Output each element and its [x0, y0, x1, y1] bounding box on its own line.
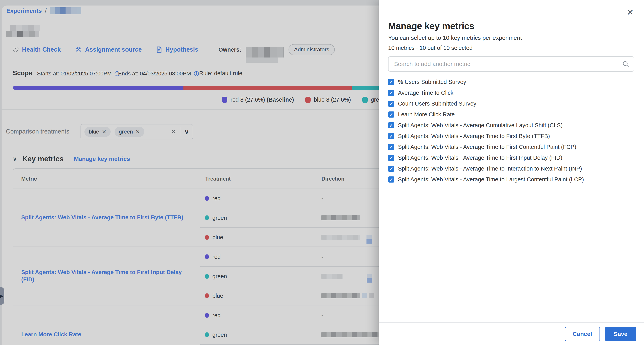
metric-checkbox-row[interactable]: ✓ Split Agents: Web Vitals - Average Tim… — [388, 133, 634, 139]
panel-footer: Cancel Save — [379, 322, 644, 345]
metric-label: Count Users Submitted Survey — [398, 100, 476, 107]
metric-label: Split Agents: Web Vitals - Average Cumul… — [398, 122, 563, 129]
panel-subtitle: You can select up to 10 key metrics per … — [388, 35, 634, 41]
cancel-button[interactable]: Cancel — [565, 327, 600, 341]
panel-body: Manage key metrics You can select up to … — [388, 0, 634, 183]
checkbox-checked-icon[interactable]: ✓ — [388, 176, 394, 183]
checkbox-checked-icon[interactable]: ✓ — [388, 155, 394, 161]
metric-checkbox-row[interactable]: ✓ Learn More Click Rate — [388, 111, 634, 118]
panel-title: Manage key metrics — [388, 21, 634, 31]
metric-checkbox-row[interactable]: ✓ Average Time to Click — [388, 90, 634, 96]
checkbox-checked-icon[interactable]: ✓ — [388, 122, 394, 128]
checkbox-checked-icon[interactable]: ✓ — [388, 144, 394, 150]
metric-label: Split Agents: Web Vitals - Average Time … — [398, 144, 576, 150]
metric-label: Learn More Click Rate — [398, 111, 455, 118]
metric-checkbox-row[interactable]: ✓ Split Agents: Web Vitals - Average Tim… — [388, 155, 634, 161]
metric-checkbox-row[interactable]: ✓ Count Users Submitted Survey — [388, 100, 634, 107]
checkbox-checked-icon[interactable]: ✓ — [388, 101, 394, 107]
metric-checkbox-row[interactable]: ✓ Split Agents: Web Vitals - Average Cum… — [388, 122, 634, 129]
metric-label: Split Agents: Web Vitals - Average Time … — [398, 133, 550, 139]
metric-label: Split Agents: Web Vitals - Average Time … — [398, 155, 562, 161]
metric-search — [388, 56, 634, 72]
metric-label: Split Agents: Web Vitals - Average Time … — [398, 165, 582, 172]
checkbox-checked-icon[interactable]: ✓ — [388, 133, 394, 139]
metric-checkbox-row[interactable]: ✓ Split Agents: Web Vitals - Average Tim… — [388, 144, 634, 150]
metric-checkbox-list: ✓ % Users Submitted Survey ✓ Average Tim… — [388, 79, 634, 183]
metric-checkbox-row[interactable]: ✓ % Users Submitted Survey — [388, 79, 634, 85]
save-button[interactable]: Save — [605, 327, 636, 341]
metrics-count: 10 metrics · 10 out of 10 selected — [388, 45, 634, 51]
metric-checkbox-row[interactable]: ✓ Split Agents: Web Vitals - Average Tim… — [388, 176, 634, 183]
metric-label: Average Time to Click — [398, 90, 454, 96]
checkbox-checked-icon[interactable]: ✓ — [388, 111, 394, 118]
checkbox-checked-icon[interactable]: ✓ — [388, 90, 394, 96]
app-root: Experiments / Health Check — [0, 0, 644, 345]
search-input[interactable] — [388, 56, 634, 72]
metric-label: Split Agents: Web Vitals - Average Time … — [398, 176, 584, 183]
manage-key-metrics-panel: ✕ Manage key metrics You can select up t… — [379, 0, 644, 345]
metric-label: % Users Submitted Survey — [398, 79, 466, 85]
checkbox-checked-icon[interactable]: ✓ — [388, 166, 394, 172]
search-icon — [622, 60, 630, 69]
metric-checkbox-row[interactable]: ✓ Split Agents: Web Vitals - Average Tim… — [388, 165, 634, 172]
checkbox-checked-icon[interactable]: ✓ — [388, 79, 394, 85]
